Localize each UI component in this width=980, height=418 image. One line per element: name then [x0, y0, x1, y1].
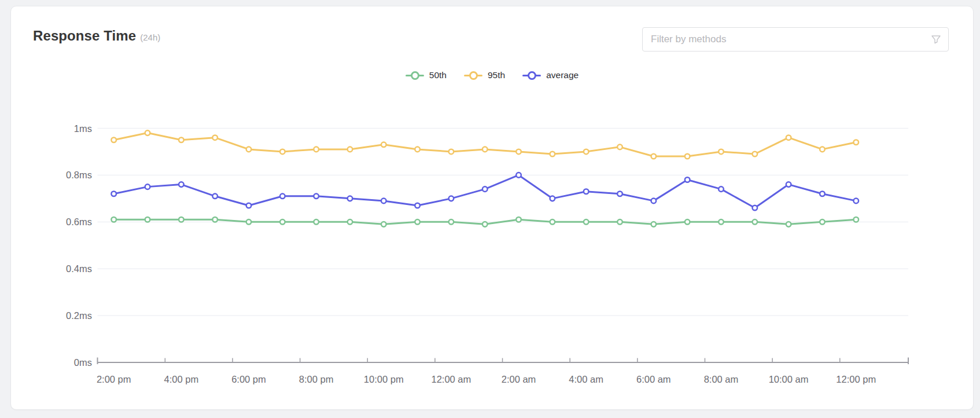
svg-text:8:00 am: 8:00 am [704, 374, 739, 384]
chart-legend: 50th95thaverage [10, 70, 974, 80]
data-point-95th[interactable] [550, 152, 555, 157]
svg-text:4:00 pm: 4:00 pm [164, 374, 199, 384]
svg-text:2:00 pm: 2:00 pm [97, 374, 131, 384]
data-point-average[interactable] [449, 196, 454, 201]
page-subtitle: (24h) [140, 32, 160, 42]
data-point-95th[interactable] [617, 145, 622, 150]
legend-item-average[interactable]: average [522, 70, 579, 80]
svg-text:12:00 am: 12:00 am [432, 374, 471, 384]
data-point-50th[interactable] [314, 219, 319, 225]
svg-text:10:00 pm: 10:00 pm [364, 374, 404, 384]
data-point-50th[interactable] [752, 219, 757, 225]
data-point-50th[interactable] [111, 217, 116, 222]
data-point-95th[interactable] [516, 149, 521, 155]
data-point-95th[interactable] [348, 147, 353, 152]
data-point-average[interactable] [246, 203, 252, 208]
data-point-95th[interactable] [111, 137, 116, 142]
series-95th [111, 130, 859, 159]
data-point-average[interactable] [145, 184, 150, 189]
card-header: Response Time (24h) [33, 28, 160, 44]
x-axis-labels: 2:00 pm4:00 pm6:00 pm8:00 pm10:00 pm12:0… [97, 374, 876, 384]
data-point-95th[interactable] [449, 149, 454, 155]
data-point-50th[interactable] [550, 219, 555, 225]
data-point-50th[interactable] [786, 222, 791, 227]
data-point-95th[interactable] [685, 154, 690, 159]
data-point-50th[interactable] [449, 219, 454, 225]
svg-text:10:00 am: 10:00 am [769, 374, 809, 384]
legend-item-50th[interactable]: 50th [406, 70, 447, 80]
data-point-95th[interactable] [212, 135, 218, 140]
data-point-average[interactable] [550, 196, 555, 201]
data-point-50th[interactable] [685, 219, 690, 225]
data-point-50th[interactable] [145, 217, 150, 222]
data-point-95th[interactable] [145, 130, 150, 135]
data-point-50th[interactable] [584, 219, 589, 225]
data-point-95th[interactable] [651, 154, 657, 159]
data-point-average[interactable] [853, 199, 859, 204]
data-point-50th[interactable] [246, 219, 252, 225]
data-point-95th[interactable] [752, 152, 757, 157]
data-point-50th[interactable] [516, 217, 521, 222]
svg-text:0ms: 0ms [74, 357, 92, 368]
data-point-95th[interactable] [482, 147, 488, 152]
svg-text:0.4ms: 0.4ms [66, 263, 92, 274]
data-point-average[interactable] [212, 194, 218, 199]
data-point-average[interactable] [280, 194, 285, 199]
data-point-95th[interactable] [820, 147, 825, 152]
data-point-average[interactable] [617, 191, 622, 196]
svg-text:12:00 pm: 12:00 pm [836, 374, 876, 384]
data-point-50th[interactable] [617, 219, 622, 225]
data-point-50th[interactable] [212, 217, 218, 222]
data-point-95th[interactable] [246, 147, 252, 152]
data-point-average[interactable] [111, 191, 116, 196]
data-point-50th[interactable] [179, 217, 184, 222]
filter-methods-input[interactable] [642, 27, 949, 52]
page-title: Response Time [33, 28, 136, 44]
data-point-average[interactable] [584, 189, 589, 194]
data-point-95th[interactable] [786, 135, 791, 140]
data-point-95th[interactable] [415, 147, 420, 152]
data-point-average[interactable] [516, 173, 521, 178]
data-point-average[interactable] [719, 186, 724, 192]
data-point-average[interactable] [348, 196, 353, 201]
data-point-average[interactable] [314, 194, 319, 199]
data-point-95th[interactable] [314, 147, 319, 152]
svg-text:0.2ms: 0.2ms [66, 310, 92, 321]
data-point-95th[interactable] [381, 142, 386, 148]
svg-text:6:00 pm: 6:00 pm [231, 374, 266, 384]
svg-text:8:00 pm: 8:00 pm [299, 374, 334, 384]
data-point-50th[interactable] [820, 219, 825, 225]
data-point-50th[interactable] [280, 219, 285, 225]
data-point-average[interactable] [820, 191, 825, 196]
svg-text:4:00 am: 4:00 am [569, 374, 603, 384]
svg-text:0.8ms: 0.8ms [66, 170, 92, 180]
data-point-95th[interactable] [853, 140, 859, 145]
data-point-average[interactable] [482, 186, 488, 192]
data-point-95th[interactable] [719, 149, 724, 155]
x-axis [98, 358, 909, 365]
data-point-50th[interactable] [415, 219, 420, 225]
legend-item-95th[interactable]: 95th [464, 70, 505, 80]
data-point-average[interactable] [415, 203, 420, 208]
data-point-95th[interactable] [584, 149, 589, 155]
data-point-average[interactable] [179, 182, 184, 187]
legend-marker-icon [406, 71, 424, 80]
data-point-95th[interactable] [179, 137, 184, 142]
data-point-95th[interactable] [280, 149, 285, 155]
data-point-average[interactable] [381, 199, 386, 204]
data-point-50th[interactable] [482, 222, 488, 227]
filter-box [642, 27, 949, 52]
legend-label: average [546, 70, 579, 80]
data-point-average[interactable] [651, 199, 657, 204]
data-point-50th[interactable] [719, 219, 724, 225]
data-point-50th[interactable] [853, 217, 859, 222]
data-point-average[interactable] [786, 182, 791, 187]
data-point-average[interactable] [685, 177, 690, 182]
response-time-chart: 0ms0.2ms0.4ms0.6ms0.8ms1ms2:00 pm4:00 pm… [0, 0, 980, 418]
svg-text:2:00 am: 2:00 am [502, 374, 536, 384]
data-point-50th[interactable] [348, 219, 353, 225]
data-point-50th[interactable] [381, 222, 386, 227]
data-point-50th[interactable] [651, 222, 657, 227]
legend-marker-icon [464, 71, 482, 80]
data-point-average[interactable] [752, 206, 757, 211]
